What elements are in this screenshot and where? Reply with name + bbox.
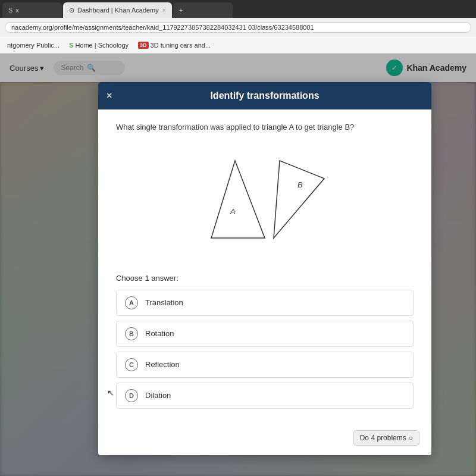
svg-marker-0 — [211, 161, 265, 238]
bookmark-3d[interactable]: 3D 3D tuning cars and... — [136, 41, 213, 49]
triangles-diagram: A B — [187, 143, 342, 262]
mouse-cursor-icon: ↖ — [107, 388, 114, 397]
main-content: Courses ▾ Search 🔍 ✓ Khan Academy × Iden… — [0, 54, 476, 476]
do-problems-icon: ○ — [409, 434, 413, 442]
tab-khan-label: Dashboard | Khan Academy — [77, 7, 159, 14]
choice-a[interactable]: A Translation — [116, 290, 414, 316]
choice-b-text: Rotation — [145, 329, 174, 338]
tab-new-label: + — [179, 7, 183, 14]
modal-header: × Identify transformations — [98, 82, 431, 109]
bookmark-montgomery[interactable]: ntgomery Public... — [5, 41, 62, 49]
bookmark-schoology[interactable]: S Home | Schoology — [67, 41, 131, 49]
modal-body: What single transformation was applied t… — [98, 109, 431, 425]
browser-chrome: S x ⊙ Dashboard | Khan Academy × + nacad… — [0, 0, 476, 54]
choice-b[interactable]: B Rotation — [116, 321, 414, 347]
tab-khan-academy[interactable]: ⊙ Dashboard | Khan Academy × — [63, 2, 172, 18]
triangle-b-label: B — [298, 180, 303, 189]
bookmark-3d-label: 3D tuning cars and... — [151, 42, 211, 49]
tab-khan-icon: ⊙ — [69, 7, 74, 14]
do-problems-button[interactable]: Do 4 problems ○ — [353, 430, 419, 446]
address-input[interactable]: nacademy.org/profile/me/assignments/teac… — [5, 22, 471, 33]
modal-title: Identify transformations — [210, 90, 319, 101]
triangle-a-label: A — [230, 207, 236, 216]
tab-khan-close[interactable]: × — [162, 7, 166, 14]
choice-a-letter: A — [125, 296, 138, 309]
question-text: What single transformation was applied t… — [116, 121, 414, 133]
choice-c[interactable]: C Reflection — [116, 352, 414, 378]
choice-c-letter: C — [125, 358, 138, 371]
diagram-container: A B — [116, 143, 414, 262]
bookmark-schoology-icon: S — [69, 42, 73, 49]
choice-b-letter: B — [125, 327, 138, 340]
tab-s-label: x — [15, 7, 19, 14]
choice-c-text: Reflection — [145, 360, 180, 369]
choices-label: Choose 1 answer: — [116, 274, 414, 283]
tab-new[interactable]: + — [173, 2, 233, 18]
choice-a-text: Translation — [145, 298, 183, 307]
modal-footer: Do 4 problems ○ — [98, 425, 431, 446]
modal-dialog: × Identify transformations What single t… — [98, 82, 431, 455]
do-problems-label: Do 4 problems — [360, 434, 406, 442]
bookmark-3d-icon: 3D — [138, 42, 149, 49]
modal-close-button[interactable]: × — [107, 90, 112, 101]
bookmark-montgomery-label: ntgomery Public... — [7, 42, 60, 49]
tab-s-icon: S — [8, 7, 12, 14]
choice-d-letter: D — [125, 389, 138, 402]
tab-bar: S x ⊙ Dashboard | Khan Academy × + — [0, 0, 476, 18]
address-bar: nacademy.org/profile/me/assignments/teac… — [0, 18, 476, 37]
tab-s[interactable]: S x — [2, 2, 62, 18]
bookmark-schoology-label: Home | Schoology — [75, 42, 129, 49]
choice-d-text: Dilation — [145, 391, 171, 400]
svg-marker-1 — [274, 161, 324, 238]
choice-d[interactable]: D Dilation ↖ — [116, 383, 414, 409]
bookmarks-bar: ntgomery Public... S Home | Schoology 3D… — [0, 37, 476, 54]
